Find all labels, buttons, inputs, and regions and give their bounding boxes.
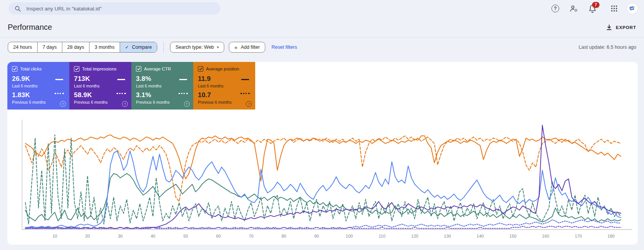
- svg-text:10: 10: [52, 234, 57, 238]
- user-settings-button[interactable]: [570, 4, 578, 13]
- search-type-dropdown[interactable]: Search type: Web ▾: [170, 42, 224, 53]
- card-value-previous: 10.7: [198, 91, 251, 99]
- card-label: Total clicks: [20, 67, 42, 71]
- help-icon[interactable]: ?: [122, 101, 128, 107]
- card-period-previous: Previous 6 months: [74, 100, 127, 104]
- filter-divider: [163, 42, 164, 53]
- card-value-previous: 1.83K: [12, 91, 65, 99]
- person-gear-icon: [570, 4, 578, 13]
- apps-grid-button[interactable]: [610, 4, 618, 13]
- export-button[interactable]: EXPORT: [606, 24, 636, 31]
- check-icon: ✓: [125, 45, 129, 50]
- last-update-text: Last update: 6.5 hours ago: [579, 45, 636, 50]
- checkbox-icon[interactable]: [74, 66, 79, 72]
- search-icon: [15, 5, 21, 12]
- add-filter-label: Add filter: [241, 45, 260, 50]
- performance-chart[interactable]: 1020304050607080901001101201301401501601…: [7, 113, 638, 244]
- card-average-ctr[interactable]: Average CTR 3.8% Last 6 months 3.1% Prev…: [131, 62, 193, 110]
- dashed-line-icon: [117, 93, 126, 94]
- help-icon[interactable]: ?: [184, 101, 190, 107]
- help-button[interactable]: ?: [551, 4, 560, 13]
- svg-text:170: 170: [575, 234, 582, 238]
- svg-text:160: 160: [542, 234, 549, 238]
- add-filter-button[interactable]: + Add filter: [229, 42, 265, 53]
- help-icon: ?: [551, 5, 559, 12]
- card-period-current: Last 6 months: [12, 84, 65, 88]
- svg-text:70: 70: [249, 234, 253, 238]
- svg-text:50: 50: [183, 234, 188, 238]
- plus-icon: +: [234, 45, 238, 50]
- solid-line-icon: [117, 79, 125, 80]
- search-input[interactable]: [26, 5, 214, 12]
- filter-bar: 24 hours 7 days 28 days 3 months ✓ Compa…: [0, 38, 644, 57]
- card-period-previous: Previous 6 months: [136, 100, 189, 104]
- help-icon[interactable]: ?: [60, 101, 66, 107]
- svg-text:40: 40: [151, 234, 155, 238]
- svg-text:150: 150: [509, 234, 516, 238]
- url-inspect-search[interactable]: [9, 2, 220, 15]
- page-title: Performance: [8, 23, 52, 32]
- search-type-label: Search type: Web: [175, 45, 214, 50]
- apps-grid-icon: [611, 5, 618, 12]
- card-average-position[interactable]: Average position 11.9 Last 6 months 10.7…: [193, 62, 255, 110]
- range-28-days[interactable]: 28 days: [62, 42, 90, 52]
- svg-text:30: 30: [118, 234, 122, 238]
- svg-text:120: 120: [411, 234, 418, 238]
- chevron-down-icon: ▾: [217, 45, 219, 49]
- page-header: Performance EXPORT: [0, 17, 644, 38]
- solid-line-icon: [55, 79, 63, 80]
- svg-text:110: 110: [379, 234, 386, 238]
- card-label: Average position: [206, 67, 239, 71]
- metric-cards-row: Total clicks 26.9K Last 6 months 1.83K P…: [7, 62, 638, 110]
- checkbox-icon[interactable]: [198, 66, 203, 72]
- avatar-logo: [629, 5, 636, 12]
- notifications-button[interactable]: 7: [588, 4, 597, 13]
- export-label: EXPORT: [616, 25, 636, 30]
- svg-text:60: 60: [216, 234, 221, 238]
- card-period-current: Last 6 months: [136, 84, 189, 88]
- svg-text:20: 20: [85, 234, 90, 238]
- card-period-current: Last 6 months: [74, 84, 127, 88]
- solid-line-icon: [241, 79, 249, 80]
- card-label: Average CTR: [144, 67, 171, 71]
- download-icon: [606, 24, 612, 31]
- dashed-line-icon: [179, 93, 188, 94]
- dashed-line-icon: [240, 93, 250, 94]
- card-total-impressions[interactable]: Total impressions 713K Last 6 months 58.…: [69, 62, 131, 110]
- card-period-previous: Previous 6 months: [198, 100, 251, 104]
- range-3-months[interactable]: 3 months: [89, 42, 120, 52]
- svg-text:100: 100: [346, 234, 353, 238]
- svg-text:140: 140: [477, 234, 484, 238]
- checkbox-icon[interactable]: [12, 66, 17, 72]
- card-label: Total impressions: [82, 67, 117, 71]
- card-total-clicks[interactable]: Total clicks 26.9K Last 6 months 1.83K P…: [7, 62, 69, 110]
- avatar[interactable]: [627, 3, 638, 14]
- checkbox-icon[interactable]: [136, 66, 141, 72]
- svg-text:80: 80: [282, 234, 286, 238]
- dashed-line-icon: [55, 93, 64, 94]
- date-range-group: 24 hours 7 days 28 days 3 months ✓ Compa…: [8, 42, 157, 53]
- compare-label: Compare: [132, 45, 152, 50]
- card-period-previous: Previous 6 months: [12, 100, 65, 104]
- card-value-previous: 58.9K: [74, 91, 127, 99]
- svg-text:130: 130: [444, 234, 451, 238]
- top-bar: ? 7: [0, 0, 644, 17]
- range-compare[interactable]: ✓ Compare: [120, 42, 157, 52]
- reset-filters-link[interactable]: Reset filters: [271, 45, 297, 50]
- solid-line-icon: [179, 79, 187, 80]
- card-period-current: Last 6 months: [198, 84, 251, 88]
- svg-text:90: 90: [314, 234, 319, 238]
- range-24-hours[interactable]: 24 hours: [8, 42, 38, 52]
- svg-text:180: 180: [608, 234, 615, 238]
- card-value-previous: 3.1%: [136, 91, 189, 99]
- help-icon[interactable]: ?: [246, 101, 252, 107]
- performance-panel: Total clicks 26.9K Last 6 months 1.83K P…: [7, 62, 638, 245]
- notification-count-badge: 7: [592, 2, 599, 8]
- range-7-days[interactable]: 7 days: [38, 42, 62, 52]
- topbar-actions: ? 7: [541, 3, 638, 14]
